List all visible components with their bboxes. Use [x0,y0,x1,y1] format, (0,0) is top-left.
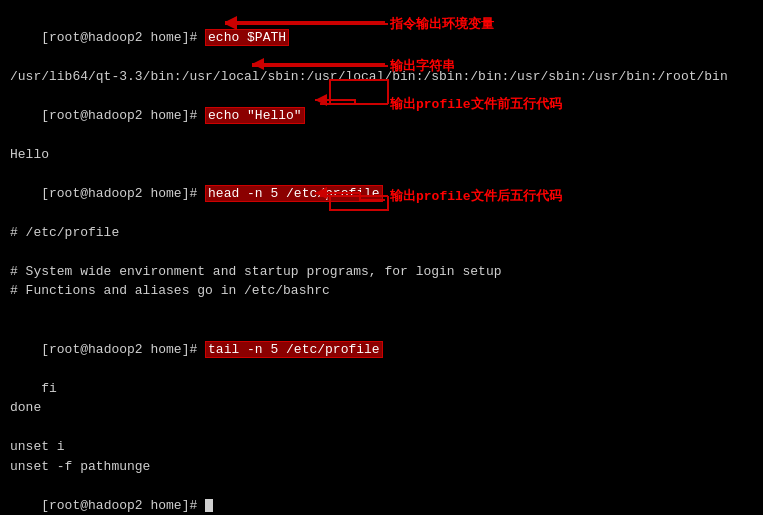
terminal-line-2: /usr/lib64/qt-3.3/bin:/usr/local/sbin:/u… [10,67,753,87]
cmd-echo-path: echo $PATH [205,29,289,46]
terminal-line-9: # Functions and aliases go in /etc/bashr… [10,281,753,301]
terminal-line-14 [10,418,753,438]
terminal-line-7 [10,242,753,262]
prompt-1: [root@hadoop2 home]# [41,30,205,45]
terminal-line-10 [10,301,753,321]
terminal-line-16: unset -f pathmunge [10,457,753,477]
terminal-line-8: # System wide environment and startup pr… [10,262,753,282]
terminal-line-6: # /etc/profile [10,223,753,243]
terminal-line-13: done [10,398,753,418]
annotation-hello: 输出字符串 [390,57,455,75]
terminal-line-5: [root@hadoop2 home]# head -n 5 /etc/prof… [10,164,753,223]
prompt-5: [root@hadoop2 home]# [41,498,205,513]
terminal-line-15: unset i [10,437,753,457]
terminal-line-11: [root@hadoop2 home]# tail -n 5 /etc/prof… [10,320,753,379]
terminal-line-12: fi [10,379,753,399]
annotation-head: 输出profile文件前五行代码 [390,95,562,113]
cursor [205,499,213,512]
prompt-2: [root@hadoop2 home]# [41,108,205,123]
annotation-tail: 输出profile文件后五行代码 [390,187,562,205]
terminal-line-4: Hello [10,145,753,165]
terminal-line-17: [root@hadoop2 home]# [10,476,753,515]
prompt-4: [root@hadoop2 home]# [41,342,205,357]
terminal-window: [root@hadoop2 home]# echo $PATH /usr/lib… [0,0,763,515]
cmd-head: head -n 5 /etc/profile [205,185,383,202]
annotation-path: 指令输出环境变量 [390,15,494,33]
terminal-line-3: [root@hadoop2 home]# echo "Hello" [10,86,753,145]
cmd-tail: tail -n 5 /etc/profile [205,341,383,358]
cmd-echo-hello: echo "Hello" [205,107,305,124]
terminal-line-1: [root@hadoop2 home]# echo $PATH [10,8,753,67]
prompt-3: [root@hadoop2 home]# [41,186,205,201]
